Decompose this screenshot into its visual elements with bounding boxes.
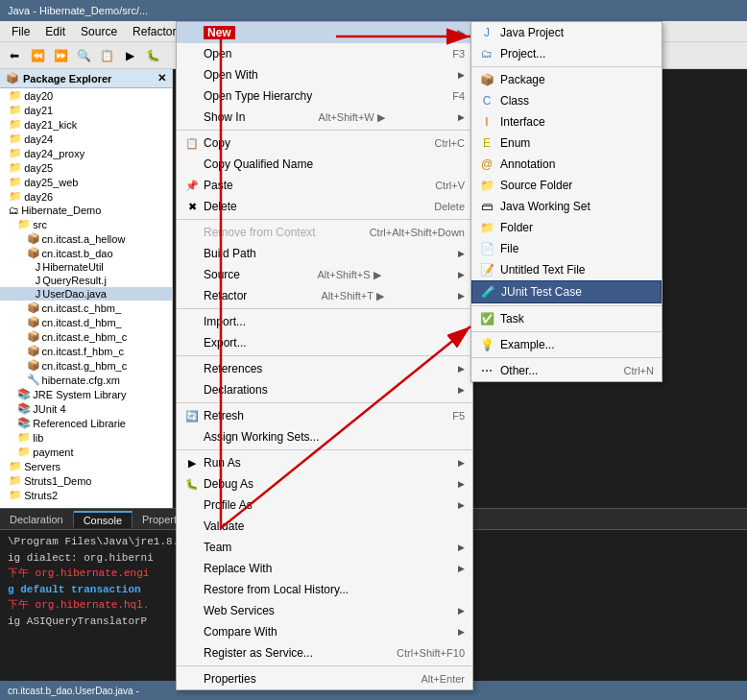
submenu-untitled-text[interactable]: 📝 Untitled Text File — [471, 259, 662, 280]
submenu-task[interactable]: ✅ Task — [471, 308, 662, 329]
ctx-refresh-icon: 🔄 — [184, 408, 200, 423]
submenu-source-folder[interactable]: 📁 Source Folder — [471, 175, 662, 196]
submenu-enum[interactable]: E Enum — [471, 133, 662, 154]
ctx-paste-shortcut: Ctrl+V — [435, 180, 465, 191]
ctx-export-label: Export... — [204, 336, 247, 350]
submenu-project-label: Project... — [500, 47, 545, 60]
submenu-working-set-label: Java Working Set — [500, 200, 590, 213]
ctx-validate-icon — [184, 519, 200, 534]
class-icon: C — [479, 93, 494, 109]
ctx-new[interactable]: New ▶ — [177, 22, 472, 43]
submenu-annotation-label: Annotation — [500, 157, 555, 171]
ctx-new-arrow: ▶ — [457, 27, 465, 39]
package-icon: 📦 — [479, 72, 494, 87]
ctx-showin-icon — [184, 109, 200, 125]
ctx-team-label: Team — [204, 541, 231, 554]
ctx-new-label: New — [204, 26, 235, 39]
ctx-register-service[interactable]: Register as Service... Ctrl+Shift+F10 — [177, 642, 472, 664]
ctx-remove-icon — [184, 225, 200, 240]
ctx-debug-label: Debug As — [204, 477, 253, 491]
ctx-run-label: Run As — [204, 456, 241, 470]
enum-icon: E — [479, 135, 494, 151]
ctx-copyq-label: Copy Qualified Name — [204, 157, 313, 171]
ctx-open-shortcut: F3 — [452, 48, 465, 60]
ctx-refactor[interactable]: Refactor Alt+Shift+T ▶ — [177, 285, 472, 306]
ctx-build-path[interactable]: Build Path — [177, 243, 472, 264]
ctx-copyq-icon — [184, 157, 200, 172]
submenu-example-label: Example... — [500, 338, 555, 351]
ctx-web-label: Web Services — [204, 604, 275, 617]
ctx-assign-working[interactable]: Assign Working Sets... — [177, 426, 472, 447]
ctx-properties[interactable]: Properties Alt+Enter — [177, 668, 472, 689]
ctx-source[interactable]: Source Alt+Shift+S ▶ — [177, 264, 472, 285]
ctx-web-services[interactable]: Web Services — [177, 600, 472, 621]
ctx-delete[interactable]: ✖Delete Delete — [177, 196, 472, 217]
submenu-working-set[interactable]: 🗃 Java Working Set — [471, 196, 662, 217]
ctx-restore-icon — [184, 582, 200, 597]
ctx-register-icon — [184, 645, 200, 661]
ctx-refactor-label: Refactor — [204, 289, 247, 302]
submenu-folder[interactable]: 📁 Folder — [471, 217, 662, 238]
ctx-replace-icon — [184, 561, 200, 576]
ctx-references[interactable]: References — [177, 358, 472, 379]
ctx-team-icon — [184, 540, 200, 555]
ctx-decl-label: Declarations — [204, 383, 268, 397]
submenu-project[interactable]: 🗂 Project... — [471, 43, 662, 64]
ctx-refresh[interactable]: 🔄Refresh F5 — [177, 405, 472, 426]
ctx-compare-with[interactable]: Compare With — [177, 621, 472, 642]
submenu-file-label: File — [500, 242, 518, 255]
submenu-junit-label: JUnit Test Case — [501, 285, 582, 299]
ctx-copy[interactable]: 📋Copy Ctrl+C — [177, 133, 472, 154]
ctx-declarations[interactable]: Declarations — [177, 379, 472, 400]
submenu-other[interactable]: ⋯ Other... Ctrl+N — [471, 360, 662, 381]
ctx-open-label: Open — [204, 47, 231, 60]
ctx-open-with[interactable]: Open With — [177, 64, 472, 85]
ctx-props-icon — [184, 671, 200, 687]
ctx-new-icon — [184, 25, 200, 40]
ctx-replace-label: Replace With — [204, 562, 272, 575]
ctx-copy-shortcut: Ctrl+C — [435, 137, 465, 149]
submenu-file[interactable]: 📄 File — [471, 238, 662, 259]
ctx-sep-7 — [177, 665, 472, 666]
ctx-show-in[interactable]: Show In Alt+Shift+W ▶ — [177, 107, 472, 128]
ctx-openwith-label: Open With — [204, 68, 258, 82]
ctx-paste[interactable]: 📌Paste Ctrl+V — [177, 175, 472, 196]
ctx-remove-context[interactable]: Remove from Context Ctrl+Alt+Shift+Down — [177, 222, 472, 243]
ctx-open[interactable]: Open F3 — [177, 43, 472, 64]
ctx-restore-local[interactable]: Restore from Local History... — [177, 579, 472, 600]
ctx-replace-with[interactable]: Replace With — [177, 558, 472, 579]
ctx-showin-label: Show In — [204, 110, 245, 124]
other-icon: ⋯ — [479, 363, 494, 378]
submenu-package[interactable]: 📦 Package — [471, 69, 662, 90]
ctx-profile-as[interactable]: Profile As — [177, 495, 472, 516]
project-icon: 🗂 — [479, 46, 494, 61]
ctx-open-hierarchy[interactable]: Open Type Hierarchy F4 — [177, 85, 472, 107]
submenu-interface[interactable]: I Interface — [471, 111, 662, 133]
ctx-copy-icon: 📋 — [184, 135, 200, 151]
ctx-paste-icon: 📌 — [184, 178, 200, 193]
submenu-package-label: Package — [500, 73, 545, 86]
ctx-run-as[interactable]: ▶Run As — [177, 452, 472, 473]
ctx-paste-label: Paste — [204, 179, 233, 192]
ctx-copy-qualified[interactable]: Copy Qualified Name — [177, 154, 472, 175]
ctx-props-shortcut: Alt+Enter — [421, 673, 465, 685]
submenu-java-project[interactable]: J Java Project — [471, 22, 662, 43]
submenu-sep-2 — [471, 305, 662, 306]
submenu-class[interactable]: C Class — [471, 90, 662, 111]
submenu-example[interactable]: 💡 Example... — [471, 334, 662, 355]
submenu-enum-label: Enum — [500, 136, 530, 150]
submenu-new: J Java Project 🗂 Project... 📦 Package C … — [470, 21, 663, 382]
ctx-validate[interactable]: Validate — [177, 516, 472, 537]
ctx-export[interactable]: Export... — [177, 332, 472, 353]
ctx-import[interactable]: Import... — [177, 311, 472, 332]
context-menu-overlay[interactable]: New ▶ Open F3 Open With Open Type Hierar… — [0, 0, 747, 700]
ctx-validate-label: Validate — [204, 519, 244, 533]
submenu-annotation[interactable]: @ Annotation — [471, 154, 662, 175]
ctx-debug-as[interactable]: 🐛Debug As — [177, 473, 472, 495]
ctx-sep-5 — [177, 402, 472, 403]
ctx-openwith-icon — [184, 67, 200, 83]
submenu-task-label: Task — [500, 312, 524, 326]
submenu-junit[interactable]: 🧪 JUnit Test Case — [471, 280, 662, 303]
ctx-team[interactable]: Team — [177, 537, 472, 558]
ctx-assign-label: Assign Working Sets... — [204, 430, 320, 444]
